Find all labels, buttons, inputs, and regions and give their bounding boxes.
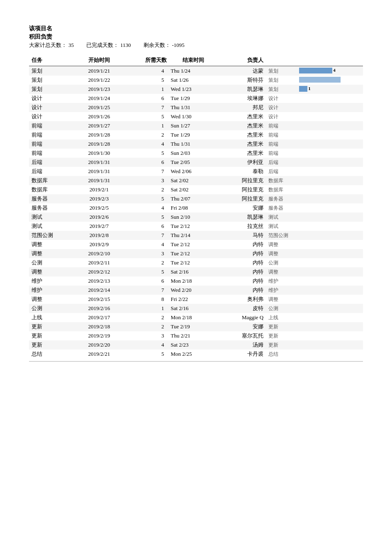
cell-person: 达蒙 [217,66,266,76]
cell-person: 安娜 [217,322,266,331]
cell-end: Sat 2/02 [169,185,218,194]
cell-bar [298,313,363,322]
cell-end: Sat 2/02 [169,176,218,185]
cell-category: 调整 [266,240,298,249]
cell-end: Tue 2/19 [169,322,218,331]
cell-bar [298,213,363,222]
cell-days: 2 [126,185,169,194]
cell-start: 2019/1/26 [72,112,126,121]
cell-end: Fri 2/08 [169,203,218,213]
cell-category: 总结 [266,350,298,359]
cell-bar [298,222,363,231]
cell-start: 2019/2/16 [72,304,126,313]
table-row: 测试2019/2/65Sun 2/10凯瑟琳测试 [29,213,363,222]
table-row: 服务器2019/2/35Thu 2/07阿拉里克服务器 [29,194,363,203]
cell-start: 2019/2/6 [72,213,126,222]
table-row: 维护2019/2/136Mon 2/18内特维护 [29,276,363,286]
cell-category: 设计 [266,94,298,103]
cell-days: 6 [126,276,169,286]
cell-task: 公测 [29,304,72,313]
cell-days: 3 [126,176,169,185]
cell-days: 5 [126,213,169,222]
cell-person: 皮特 [217,304,266,313]
cell-bar [298,203,363,213]
cell-bar [298,130,363,139]
cell-category: 公测 [266,258,298,267]
cell-task: 服务器 [29,203,72,213]
cell-person: 安娜 [217,203,266,213]
cell-person: 杰里米 [217,130,266,139]
cell-bar [298,276,363,286]
cell-end: Fri 2/22 [169,295,218,304]
cell-start: 2019/2/10 [72,249,126,258]
table-row: 设计2019/1/257Thu 1/31邦尼设计 [29,103,363,112]
table-row: 服务器2019/2/54Fri 2/08安娜服务器 [29,203,363,213]
cell-end: Sat 2/16 [169,304,218,313]
cell-task: 调整 [29,295,72,304]
cell-category: 服务器 [266,203,298,213]
cell-end: Sun 2/10 [169,213,218,222]
cell-category: 调整 [266,295,298,304]
cell-task: 后端 [29,158,72,167]
cell-category: 测试 [266,222,298,231]
cell-start: 2019/2/3 [72,194,126,203]
cell-category: 调整 [266,267,298,276]
cell-bar [298,350,363,359]
cell-task: 前端 [29,121,72,130]
cell-start: 2019/2/1 [72,185,126,194]
cell-days: 2 [126,130,169,139]
cell-task: 范围公测 [29,231,72,240]
cell-days: 5 [126,76,169,85]
cell-bar [298,267,363,276]
cell-start: 2019/1/24 [72,94,126,103]
cell-days: 2 [126,258,169,267]
table-row: 上线2019/2/172Mon 2/18Maggie Q上线 [29,313,363,322]
cell-person: 凯瑟琳 [217,85,266,94]
cell-bar [298,121,363,130]
cell-start: 2019/1/25 [72,103,126,112]
cell-start: 2019/2/11 [72,258,126,267]
cell-bar [298,331,363,340]
cell-start: 2019/2/20 [72,340,126,350]
task-table: 任务 开始时间 所需天数 结束时间 负责人 策划2019/1/214Thu 1/… [29,55,363,359]
table-row: 更新2019/2/193Thu 2/21塞尔瓦托更新 [29,331,363,340]
table-row: 后端2019/1/316Tue 2/05伊利亚后端 [29,158,363,167]
cell-start: 2019/1/28 [72,130,126,139]
table-row: 更新2019/2/204Sat 2/23汤姆更新 [29,340,363,350]
cell-task: 测试 [29,222,72,231]
cell-end: Sat 2/16 [169,267,218,276]
table-row: 数据库2019/2/12Sat 2/02阿拉里克数据库 [29,185,363,194]
cell-task: 调整 [29,240,72,249]
cell-end: Sun 1/27 [169,121,218,130]
header-bar [298,55,363,66]
cell-person: 泰勒 [217,167,266,176]
cell-person: 杰里米 [217,112,266,121]
cell-person: 邦尼 [217,103,266,112]
header-task: 任务 [29,55,72,66]
cell-bar [298,139,363,149]
cell-task: 前端 [29,130,72,139]
table-row: 总结2019/2/215Mon 2/25卡丹裘总结 [29,350,363,359]
table-row: 策划2019/1/231Wed 1/23凯瑟琳策划1 [29,85,363,94]
cell-bar [298,340,363,350]
cell-start: 2019/2/9 [72,240,126,249]
header-start: 开始时间 [72,55,126,66]
cell-person: 内特 [217,258,266,267]
cell-start: 2019/1/31 [72,176,126,185]
cell-task: 设计 [29,112,72,121]
cell-person: 内特 [217,276,266,286]
cell-task: 设计 [29,103,72,112]
cell-task: 策划 [29,76,72,85]
table-row: 设计2019/1/246Tue 1/29埃琳娜设计 [29,94,363,103]
table-row: 前端2019/1/305Sun 2/03杰里米前端 [29,149,363,158]
cell-category: 维护 [266,286,298,295]
cell-person: Maggie Q [217,313,266,322]
cell-person: 塞尔瓦托 [217,331,266,340]
header-person: 负责人 [217,55,266,66]
cell-category: 范围公测 [266,231,298,240]
cell-days: 3 [126,249,169,258]
cell-bar [298,185,363,194]
cell-bar [298,286,363,295]
cell-end: Wed 2/20 [169,286,218,295]
table-row: 前端2019/1/282Tue 1/29杰里米前端 [29,130,363,139]
